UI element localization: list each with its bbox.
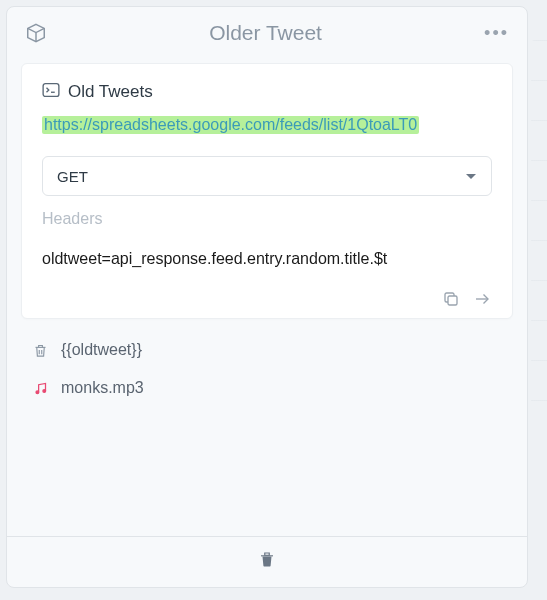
api-card: Old Tweets https://spreadsheets.google.c… xyxy=(21,63,513,319)
terminal-icon xyxy=(42,82,60,102)
svg-rect-0 xyxy=(43,84,59,97)
chevron-down-icon xyxy=(465,167,477,185)
assignment-text: oldtweet=api_response.feed.entry.random.… xyxy=(42,250,387,268)
more-menu-button[interactable]: ••• xyxy=(484,23,509,44)
card-title-row: Old Tweets xyxy=(42,82,492,102)
arrow-right-icon[interactable] xyxy=(472,290,492,308)
http-method-value: GET xyxy=(57,168,88,185)
copy-icon[interactable] xyxy=(442,290,460,308)
delete-button[interactable] xyxy=(258,549,276,573)
audio-row[interactable]: monks.mp3 xyxy=(21,373,513,403)
variable-row[interactable]: {{oldtweet}} xyxy=(21,335,513,365)
panel-header: Older Tweet ••• xyxy=(7,7,527,55)
panel-body: Old Tweets https://spreadsheets.google.c… xyxy=(7,55,527,536)
http-method-select[interactable]: GET xyxy=(42,156,492,196)
background-hint xyxy=(531,40,547,440)
url-input[interactable]: https://spreadsheets.google.com/feeds/li… xyxy=(42,116,419,134)
headers-input[interactable]: Headers xyxy=(42,210,492,228)
svg-point-2 xyxy=(36,390,39,393)
music-icon xyxy=(31,380,49,397)
audio-filename: monks.mp3 xyxy=(61,379,144,397)
panel-footer xyxy=(7,536,527,587)
svg-point-3 xyxy=(42,389,45,392)
card-title: Old Tweets xyxy=(68,82,153,102)
card-actions xyxy=(42,290,492,308)
editor-panel: Older Tweet ••• Old Tweets https://sprea… xyxy=(6,6,528,588)
trash-small-icon xyxy=(31,342,49,359)
variable-text: {{oldtweet}} xyxy=(61,341,142,359)
assignment-line[interactable]: oldtweet=api_response.feed.entry.random.… xyxy=(42,250,492,268)
cube-icon xyxy=(25,22,47,44)
svg-rect-1 xyxy=(448,296,457,305)
panel-title: Older Tweet xyxy=(47,21,484,45)
